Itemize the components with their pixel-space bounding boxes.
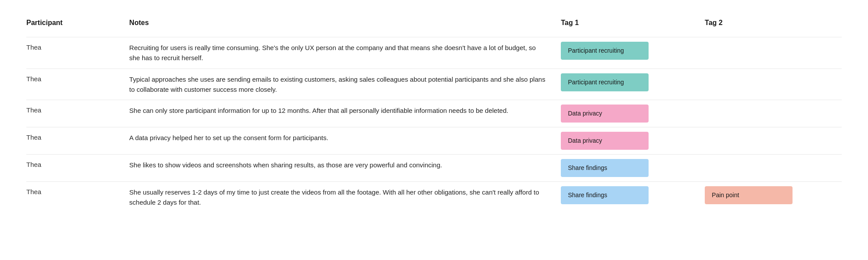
header-notes: Notes <box>122 18 554 37</box>
table-row: TheaA data privacy helped her to set up … <box>26 127 842 155</box>
participant-name: Thea <box>26 69 122 100</box>
notes-text: She likes to show videos and screenshots… <box>122 155 554 182</box>
tag1-cell: Participant recruiting <box>554 69 698 100</box>
tag1-badge[interactable]: Data privacy <box>561 132 649 150</box>
notes-text: Typical approaches she uses are sending … <box>122 69 554 100</box>
table-row: TheaTypical approaches she uses are send… <box>26 69 842 100</box>
notes-text: She usually reserves 1-2 days of my time… <box>122 182 554 213</box>
header-participant: Participant <box>26 18 122 37</box>
participant-name: Thea <box>26 155 122 182</box>
table-row: TheaShe can only store participant infor… <box>26 100 842 127</box>
table-row: TheaRecruiting for users is really time … <box>26 37 842 69</box>
notes-text: Recruiting for users is really time cons… <box>122 37 554 69</box>
header-tag2: Tag 2 <box>698 18 842 37</box>
tag2-cell <box>698 127 842 155</box>
tag1-badge[interactable]: Share findings <box>561 159 649 177</box>
tag1-badge[interactable]: Share findings <box>561 186 649 204</box>
participant-name: Thea <box>26 182 122 213</box>
notes-text: She can only store participant informati… <box>122 100 554 127</box>
tag2-cell <box>698 100 842 127</box>
tag1-cell: Data privacy <box>554 127 698 155</box>
participant-name: Thea <box>26 37 122 69</box>
table-row: TheaShe likes to show videos and screens… <box>26 155 842 182</box>
tag2-cell <box>698 69 842 100</box>
research-table: Participant Notes Tag 1 Tag 2 TheaRecrui… <box>26 18 842 213</box>
tag1-cell: Share findings <box>554 155 698 182</box>
participant-name: Thea <box>26 127 122 155</box>
tag1-badge[interactable]: Participant recruiting <box>561 73 649 91</box>
tag2-cell: Pain point <box>698 182 842 213</box>
notes-text: A data privacy helped her to set up the … <box>122 127 554 155</box>
tag1-cell: Data privacy <box>554 100 698 127</box>
tag1-cell: Share findings <box>554 182 698 213</box>
header-tag1: Tag 1 <box>554 18 698 37</box>
tag2-cell <box>698 37 842 69</box>
tag2-badge[interactable]: Pain point <box>705 186 793 204</box>
tag2-cell <box>698 155 842 182</box>
table-row: TheaShe usually reserves 1-2 days of my … <box>26 182 842 213</box>
tag1-cell: Participant recruiting <box>554 37 698 69</box>
tag1-badge[interactable]: Participant recruiting <box>561 42 649 60</box>
participant-name: Thea <box>26 100 122 127</box>
tag1-badge[interactable]: Data privacy <box>561 105 649 123</box>
